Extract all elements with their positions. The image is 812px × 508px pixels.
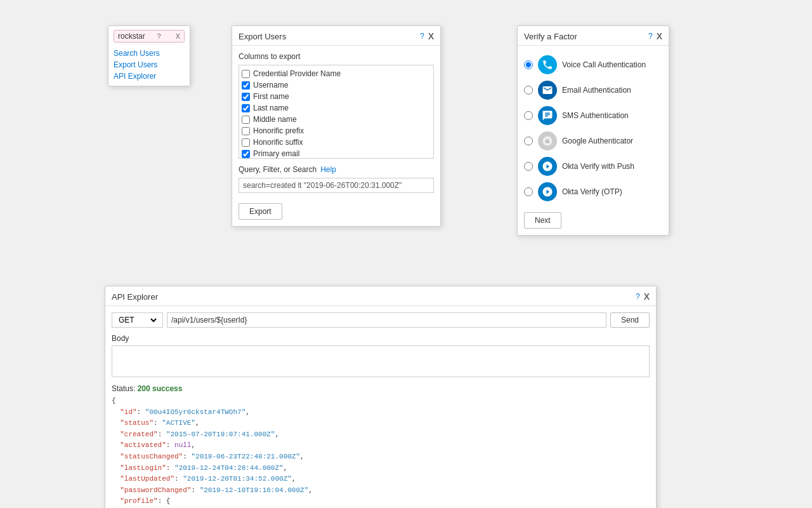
json-line: "lastUpdated": "2019-12-20T01:34:52.000Z… — [112, 474, 650, 485]
export-users-link[interactable]: Export Users — [114, 59, 185, 70]
factor-label: SMS Authentication — [562, 111, 629, 120]
sms-icon — [538, 106, 557, 125]
column-label: Honorific prefix — [253, 126, 304, 135]
factor-radio[interactable] — [524, 162, 533, 171]
api-help-icon[interactable]: ? — [636, 292, 640, 301]
columns-list: Credential Provider NameUsernameFirst na… — [239, 65, 434, 159]
column-checkbox[interactable] — [242, 93, 250, 101]
factor-radio[interactable] — [524, 137, 533, 145]
json-line: "lastLogin": "2019-12-24T04:28:44.000Z", — [112, 463, 650, 474]
column-label: Middle name — [253, 115, 297, 124]
search-users-link[interactable]: Search Users — [114, 48, 185, 59]
json-line: "passwordChanged": "2019-12-10T19:16:04.… — [112, 485, 650, 497]
remove-user-button[interactable]: X — [176, 32, 180, 40]
column-item: Last name — [242, 102, 431, 114]
status-code: 200 success — [138, 384, 183, 393]
column-label: Last name — [253, 104, 289, 112]
json-line: { — [112, 396, 650, 407]
export-button[interactable]: Export — [239, 203, 282, 220]
question-mark: ? — [157, 32, 161, 40]
verify-panel-header: Verify a Factor ? X — [518, 26, 669, 46]
json-output: { "id": "00u4IO5yr0ckstar4TWOh7", "statu… — [112, 396, 650, 508]
column-item: Username — [242, 79, 431, 91]
export-panel: Export Users ? X Columns to export Crede… — [232, 25, 441, 227]
user-panel: rockstar ? X Search Users Export Users A… — [108, 25, 190, 86]
column-label: Honorific suffix — [253, 138, 303, 147]
factor-radio[interactable] — [524, 86, 533, 95]
factor-radio[interactable] — [524, 111, 533, 120]
username-label: rockstar — [118, 32, 145, 41]
status-text: Status: 200 success — [112, 384, 182, 393]
factor-item: Voice Call Authentication — [524, 52, 662, 77]
json-line: "created": "2015-07-20T19:07:41.000Z", — [112, 429, 650, 441]
factor-list: Voice Call AuthenticationEmail Authentic… — [518, 46, 669, 208]
verify-panel-title: Verify a Factor — [524, 32, 577, 41]
factor-label: Okta Verify with Push — [562, 162, 634, 171]
export-help-icon[interactable]: ? — [420, 32, 424, 41]
column-checkbox[interactable] — [242, 138, 250, 147]
json-line: "activated": null, — [112, 440, 650, 451]
factor-item: Okta Verify with Push — [524, 154, 662, 179]
column-checkbox[interactable] — [242, 127, 250, 135]
column-item: Middle name — [242, 114, 431, 125]
verify-help-icon[interactable]: ? — [648, 32, 653, 41]
svg-text:G: G — [546, 138, 549, 144]
method-dropdown[interactable]: GET POST PUT DELETE — [116, 315, 159, 325]
query-input[interactable] — [239, 178, 434, 193]
factor-item: Okta Verify (OTP) — [524, 179, 662, 204]
query-help-link[interactable]: Help — [320, 165, 336, 174]
query-label: Query, Filter, or Search — [239, 165, 317, 174]
factor-label: Okta Verify (OTP) — [562, 187, 622, 196]
export-close-button[interactable]: X — [428, 31, 434, 41]
verify-close-button[interactable]: X — [657, 31, 662, 41]
body-textarea[interactable] — [112, 345, 650, 377]
google-icon: G — [538, 131, 557, 150]
factor-label: Google Authenticator — [562, 137, 633, 145]
column-label: Username — [253, 81, 288, 90]
api-explorer-link[interactable]: API Explorer — [114, 70, 185, 82]
query-row: Query, Filter, or Search Help — [239, 165, 434, 174]
status-line: Status: 200 success — [112, 384, 650, 393]
api-panel: API Explorer ? X GET POST PUT DELETE Sen… — [105, 286, 657, 508]
phone-icon — [538, 55, 557, 74]
endpoint-input[interactable] — [167, 312, 606, 328]
json-line: "status": "ACTIVE", — [112, 418, 650, 429]
column-item: Honorific prefix — [242, 125, 431, 137]
next-button[interactable]: Next — [524, 212, 561, 229]
factor-item: SMS Authentication — [524, 103, 662, 128]
factor-item: Email Authentication — [524, 77, 662, 103]
okta-otp-icon — [538, 182, 557, 201]
column-label: Primary email — [253, 149, 299, 158]
json-line: "profile": { — [112, 496, 650, 507]
export-panel-title: Export Users — [239, 32, 286, 41]
factor-label: Voice Call Authentication — [562, 60, 646, 69]
api-panel-controls: ? X — [636, 291, 650, 302]
column-checkbox[interactable] — [242, 81, 250, 90]
factor-label: Email Authentication — [562, 86, 631, 95]
body-label: Body — [112, 334, 650, 343]
method-selector[interactable]: GET POST PUT DELETE — [112, 312, 163, 328]
column-checkbox[interactable] — [242, 150, 250, 158]
verify-panel: Verify a Factor ? X Voice Call Authentic… — [517, 25, 669, 236]
json-line: "id": "00u4IO5yr0ckstar4TWOh7", — [112, 407, 650, 418]
okta-push-icon — [538, 157, 557, 176]
columns-label: Columns to export — [239, 52, 434, 61]
column-checkbox[interactable] — [242, 104, 250, 112]
column-checkbox[interactable] — [242, 116, 250, 124]
column-label: Credential Provider Name — [253, 69, 341, 78]
user-tag: rockstar ? X — [114, 30, 185, 43]
api-panel-body: GET POST PUT DELETE Send Body Status: 20… — [105, 306, 656, 508]
verify-panel-controls: ? X — [648, 31, 662, 41]
api-panel-header: API Explorer ? X — [105, 286, 656, 306]
export-panel-body: Columns to export Credential Provider Na… — [232, 46, 440, 226]
factor-radio[interactable] — [524, 60, 533, 69]
column-item: Primary email — [242, 148, 431, 159]
column-label: First name — [253, 92, 289, 101]
export-panel-header: Export Users ? X — [232, 26, 440, 46]
factor-radio[interactable] — [524, 187, 533, 196]
send-button[interactable]: Send — [610, 312, 650, 328]
column-checkbox[interactable] — [242, 70, 250, 78]
api-close-button[interactable]: X — [644, 291, 650, 302]
column-item: First name — [242, 91, 431, 102]
column-item: Credential Provider Name — [242, 68, 431, 79]
